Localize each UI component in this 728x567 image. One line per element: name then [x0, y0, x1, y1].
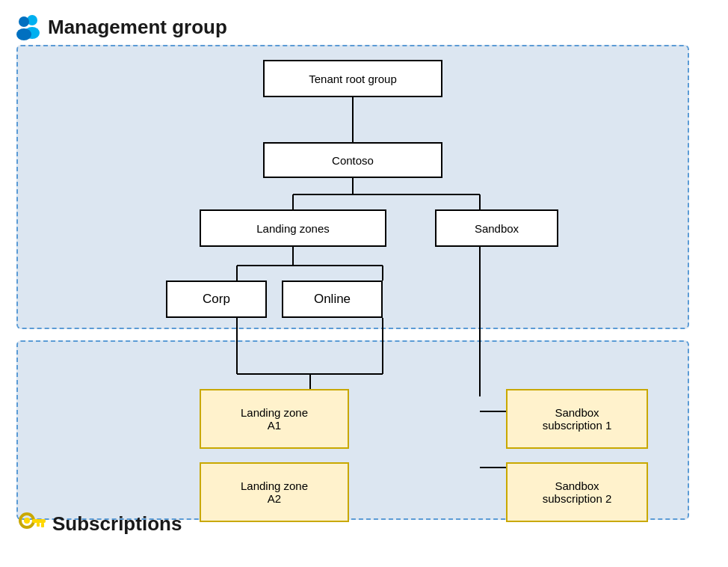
lz-a1-box: Landing zone A1 — [200, 389, 349, 449]
online-box: Online — [282, 281, 383, 318]
landing-zones-box: Landing zones — [200, 209, 386, 247]
sandbox-sub2-box: Sandbox subscription 2 — [506, 462, 648, 522]
svg-rect-25 — [41, 523, 44, 527]
svg-point-3 — [16, 28, 31, 40]
sub-label-row: Subscriptions — [16, 509, 182, 539]
people-icon — [12, 12, 42, 42]
page-container: Management group — [0, 0, 728, 567]
sub-label: Subscriptions — [52, 512, 182, 536]
tenant-root-box: Tenant root group — [263, 60, 442, 97]
diagram-wrapper: Tenant root group Contoso Landing zones … — [16, 45, 712, 539]
key-icon — [16, 509, 46, 539]
mgmt-group-label: Management group — [48, 16, 227, 39]
svg-point-23 — [24, 518, 30, 524]
svg-rect-26 — [37, 523, 40, 527]
sandbox-box: Sandbox — [435, 209, 558, 247]
lz-a2-box: Landing zone A2 — [200, 462, 349, 522]
svg-rect-24 — [32, 519, 46, 523]
svg-point-2 — [19, 16, 29, 27]
contoso-box: Contoso — [263, 142, 442, 178]
corp-box: Corp — [166, 281, 267, 318]
header-top: Management group — [12, 12, 716, 42]
sandbox-sub1-box: Sandbox subscription 1 — [506, 389, 648, 449]
